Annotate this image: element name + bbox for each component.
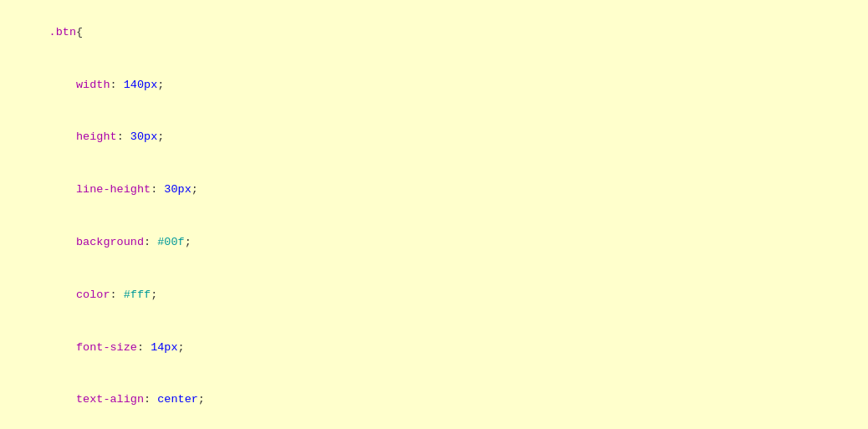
code-line-1: .btn{ — [0, 7, 868, 59]
code-line-5: background: #00f; — [0, 217, 868, 269]
code-line-6: color: #fff; — [0, 269, 868, 322]
code-editor: .btn{ width: 140px; height: 30px; line-h… — [0, 0, 868, 429]
code-line-7: font-size: 14px; — [0, 322, 868, 375]
code-line-8: text-align: center; — [0, 374, 868, 426]
code-line-3: height: 30px; — [0, 112, 868, 165]
code-line-2: width: 140px; — [0, 59, 868, 112]
code-line-4: line-height: 30px; — [0, 164, 868, 217]
